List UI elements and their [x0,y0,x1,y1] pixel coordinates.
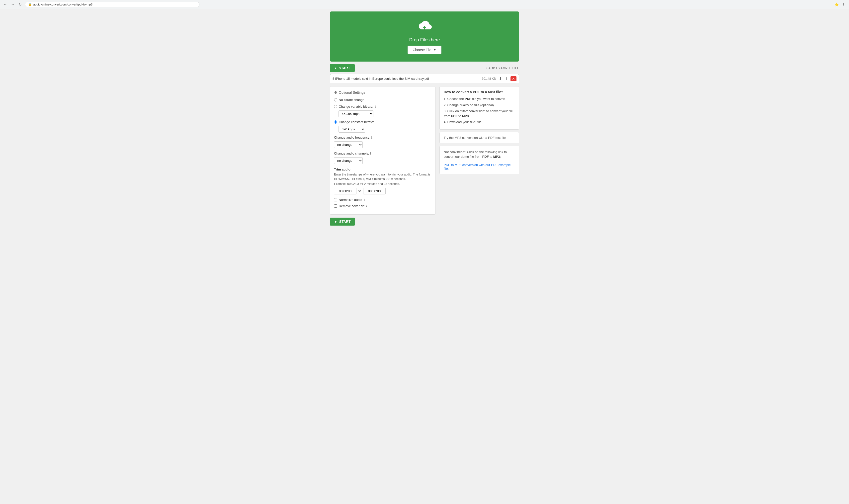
step-4: 4. Download your MP3 file [444,120,515,125]
how-to-title: How to convert a PDF to a MP3 file? [444,90,515,94]
step-2: 2. Change quality or size (optional) [444,103,515,108]
address-bar[interactable]: 🔒 audio.online-convert.com/convert/pdf-t… [25,2,199,7]
settings-panel: ⚙ Optional Settings No bitrate change Ch… [330,86,435,215]
variable-bitrate-group: Change variable bitrate: ℹ 45...85 kbps … [334,105,431,117]
audio-channels-select[interactable]: no change 1 (mono) 2 (stereo) [334,157,363,164]
toolbar: ► START + ADD EXAMPLE FILE [330,64,519,72]
file-info-button[interactable]: ℹ [505,76,508,82]
choose-file-dropdown-arrow: ▼ [433,48,436,52]
info-panel: How to convert a PDF to a MP3 file? 1. C… [439,86,519,215]
file-download-button[interactable]: ⬇ [498,76,503,82]
trim-from-input[interactable] [334,188,357,194]
audio-freq-label: Change audio frequency: ℹ [334,136,431,139]
step-3: 3. Click on "Start conversion" to conver… [444,109,515,119]
not-convinced-box: Not convinced? Click on the following li… [439,146,519,174]
constant-bitrate-label[interactable]: Change constant bitrate: [334,120,431,124]
gear-icon: ⚙ [334,90,337,94]
no-bitrate-radio[interactable] [334,98,337,102]
normalize-group: Normalize audio ℹ [334,198,431,202]
trim-desc: Enter the timestamps of where you want t… [334,172,431,181]
start-bottom-label: START [339,220,351,223]
extensions-button[interactable]: ⭐ [833,1,839,7]
settings-title-text: Optional Settings [339,90,365,94]
file-size: 301.48 KB [482,77,496,80]
audio-channels-info-icon[interactable]: ℹ [370,152,371,155]
constant-bitrate-radio[interactable] [334,120,337,124]
demo-link[interactable]: PDF to MP3 conversion with our PDF examp… [444,163,511,170]
file-name: 5 iPhone 15 models sold in Europe could … [332,77,480,80]
remove-cover-text: Remove cover art [339,204,364,208]
drop-files-text: Drop Files here [409,37,440,43]
browser-actions: ⭐ ⋮ [833,1,847,7]
trim-title: Trim audio: [334,167,431,171]
choose-file-button[interactable]: Choose File ▼ [408,46,442,54]
audio-freq-select[interactable]: no change 8000 Hz 11025 Hz 16000 Hz 2205… [334,141,363,148]
upload-zone[interactable]: Drop Files here Choose File ▼ [330,12,519,61]
remove-cover-group: Remove cover art ℹ [334,204,431,208]
audio-freq-info-icon[interactable]: ℹ [371,136,373,139]
page-wrapper: Drop Files here Choose File ▼ ► START + … [330,9,519,236]
file-remove-button[interactable]: ✕ [510,76,517,81]
upload-cloud-icon [417,19,432,34]
url-text: audio.online-convert.com/convert/pdf-to-… [33,3,92,6]
variable-bitrate-radio[interactable] [334,105,337,108]
start-button-bottom[interactable]: ► START [330,218,355,226]
start-label-top: START [339,66,350,70]
settings-title: ⚙ Optional Settings [334,90,431,94]
add-example-link[interactable]: + ADD EXAMPLE FILE [486,66,519,70]
back-button[interactable]: ← [2,2,8,7]
remove-cover-checkbox[interactable] [334,204,337,208]
audio-channels-label: Change audio channels: ℹ [334,151,431,155]
remove-cover-label[interactable]: Remove cover art ℹ [334,204,431,208]
no-bitrate-label[interactable]: No bitrate change [334,98,431,102]
no-bitrate-group: No bitrate change [334,98,431,102]
trim-to-label: to [358,189,361,193]
not-convinced-text: Not convinced? Click on the following li… [444,149,515,159]
constant-bitrate-select[interactable]: 320 kbps 256 kbps 192 kbps 128 kbps 64 k… [339,126,365,132]
try-text: Try the MP3 conversion with a PDF test f… [444,136,515,140]
normalize-info-icon[interactable]: ℹ [364,198,365,202]
normalize-checkbox[interactable] [334,198,337,201]
lock-icon: 🔒 [28,3,32,6]
audio-channels-group: Change audio channels: ℹ no change 1 (mo… [334,151,431,164]
variable-bitrate-select[interactable]: 45...85 kbps 85...145 kbps 145...185 kbp… [339,110,374,117]
menu-button[interactable]: ⋮ [841,1,847,7]
audio-channels-label-text: Change audio channels: [334,151,369,155]
refresh-button[interactable]: ↻ [17,2,23,7]
main-layout: ⚙ Optional Settings No bitrate change Ch… [330,86,519,215]
normalize-text: Normalize audio [339,198,362,202]
start-arrow-icon: ► [334,66,337,70]
variable-bitrate-info-icon[interactable]: ℹ [375,105,376,108]
trim-section: Trim audio: Enter the timestamps of wher… [334,167,431,194]
trim-inputs: to [334,188,431,194]
start-button-top[interactable]: ► START [330,64,355,72]
info-steps: 1. Choose the PDF file you want to conve… [444,96,515,125]
step-1: 1. Choose the PDF file you want to conve… [444,96,515,102]
constant-bitrate-group: Change constant bitrate: 320 kbps 256 kb… [334,120,431,132]
normalize-label[interactable]: Normalize audio ℹ [334,198,431,202]
forward-button[interactable]: → [10,2,16,7]
audio-freq-group: Change audio frequency: ℹ no change 8000… [334,136,431,148]
constant-bitrate-text: Change constant bitrate: [339,120,374,124]
browser-chrome: ← → ↻ 🔒 audio.online-convert.com/convert… [0,0,849,9]
start-bottom-arrow-icon: ► [334,220,338,223]
remove-cover-info-icon[interactable]: ℹ [366,204,367,208]
file-row: 5 iPhone 15 models sold in Europe could … [330,74,519,83]
choose-file-label: Choose File [413,48,432,52]
variable-bitrate-text: Change variable bitrate: [339,105,373,108]
try-test-box: Try the MP3 conversion with a PDF test f… [439,132,519,143]
variable-bitrate-label[interactable]: Change variable bitrate: ℹ [334,105,431,108]
audio-freq-label-text: Change audio frequency: [334,136,370,139]
no-bitrate-text: No bitrate change [339,98,364,102]
how-to-box: How to convert a PDF to a MP3 file? 1. C… [439,86,519,130]
trim-example: Example: 00:02:23 for 2 minutes and 23 s… [334,182,431,186]
trim-to-input[interactable] [363,188,385,194]
